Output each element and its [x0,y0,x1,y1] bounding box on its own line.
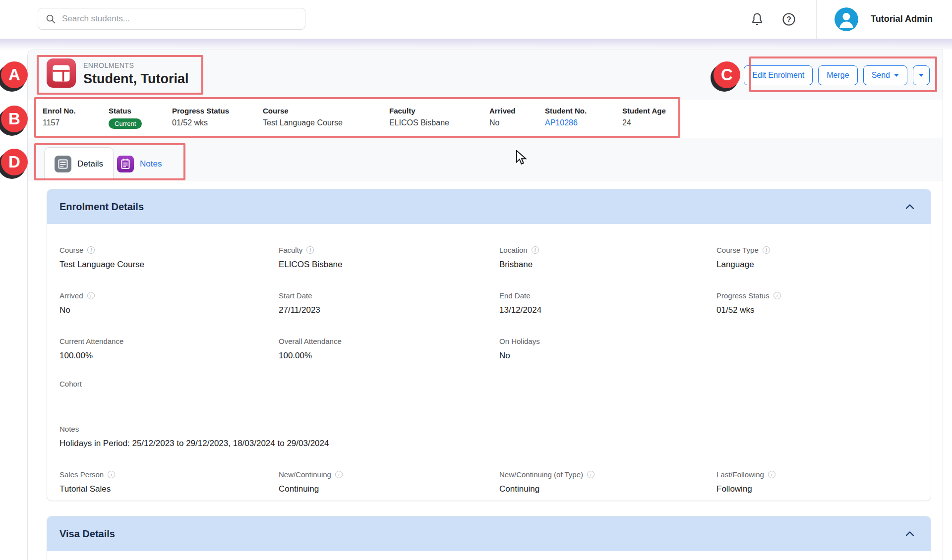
search-placeholder: Search students... [62,14,130,24]
tab-bar: Details Notes [28,138,943,180]
page-title: Student, Tutorial [83,71,188,87]
field-arrived: Arrivedi No [60,291,279,315]
tab-notes-label: Notes [140,159,162,169]
summary-faculty: Faculty ELICOS Bisbane [389,107,449,127]
more-actions-button[interactable] [913,65,930,85]
summary-status: Status Current [109,107,142,129]
visa-details-title: Visa Details [60,528,115,540]
field-new-continuing: New/Continuingi Continuing [279,470,499,494]
summary-progress-status: Progress Status 01/52 wks [172,107,229,127]
field-on-holidays: On Holidays No [499,337,716,361]
field-current-attendance: Current Attendance 100.00% [60,337,279,361]
field-cohort: Cohort [60,380,918,403]
details-tab-icon [55,156,71,172]
field-notes: Notes Holidays in Period: 25/12/2023 to … [60,425,918,448]
enrolment-details-body: Coursei Test Language Course Facultyi EL… [47,224,931,509]
annotation-label-d: D [1,149,28,175]
send-button-label: Send [872,71,890,80]
tab-notes[interactable]: Notes [107,147,172,180]
help-icon[interactable]: ? [781,12,796,27]
summary-student-age: Student Age 24 [622,107,666,127]
collapse-enrolment-details-button[interactable] [903,200,917,214]
chevron-up-icon [904,201,915,212]
info-icon[interactable]: i [763,246,770,254]
visa-details-card: Visa Details [47,516,931,560]
merge-button[interactable]: Merge [818,65,857,85]
field-new-continuing-of-type: New/Continuing (of Type)i Continuing [499,470,716,494]
tab-details-label: Details [77,159,103,169]
field-last-following: Last/Followingi Following [716,470,918,494]
summary-enrol-no: Enrol No. 1157 [43,107,76,127]
field-empty [716,337,918,361]
field-location: Locationi Brisbane [499,246,716,270]
page-header: ENROLMENTS Student, Tutorial Edit Enrolm… [28,50,943,100]
info-icon[interactable]: i [306,246,314,254]
user-avatar-icon[interactable] [834,7,858,31]
tab-details[interactable]: Details [44,147,114,180]
enrolment-details-card: Enrolment Details Coursei Test Language … [47,189,931,501]
chevron-up-icon [904,528,915,539]
field-faculty: Facultyi ELICOS Bisbane [279,246,499,270]
field-end-date: End Date 13/12/2024 [499,291,716,315]
send-button[interactable]: Send [863,65,907,85]
annotation-label-a: A [1,61,28,88]
edit-enrolment-button[interactable]: Edit Enrolment [744,65,813,85]
chevron-down-icon [919,74,924,77]
info-icon[interactable]: i [87,246,95,254]
enrolment-details-title: Enrolment Details [60,201,144,213]
notes-tab-icon [117,156,134,172]
summary-arrived: Arrived No [489,107,516,127]
bell-icon[interactable] [750,12,765,27]
field-course: Coursei Test Language Course [60,246,279,270]
enrolment-summary-bar: Enrol No. 1157 Status Current Progress S… [28,100,943,138]
info-icon[interactable]: i [108,471,115,478]
field-sales-person: Sales Personi Tutorial Sales [60,470,279,494]
student-no-link[interactable]: AP10286 [545,118,578,127]
visa-details-header[interactable]: Visa Details [47,516,931,551]
info-icon[interactable]: i [335,471,343,478]
enrolment-details-header[interactable]: Enrolment Details [47,189,931,224]
field-course-type: Course Typei Language [716,246,918,270]
header-actions: Edit Enrolment Merge Send [744,65,930,85]
topbar-shadow [0,39,952,51]
field-start-date: Start Date 27/11/2023 [279,291,499,315]
collapse-visa-details-button[interactable] [903,527,917,541]
enrolments-module-icon [47,58,76,88]
search-input[interactable]: Search students... [38,8,305,30]
search-icon [45,13,56,24]
field-progress-status: Progress Statusi 01/52 wks [716,291,918,315]
info-icon[interactable]: i [532,246,539,254]
info-icon[interactable]: i [587,471,595,478]
summary-course: Course Test Language Course [263,107,343,127]
svg-text:?: ? [786,15,791,24]
status-badge: Current [109,118,142,129]
info-icon[interactable]: i [87,292,95,299]
info-icon[interactable]: i [774,292,781,299]
annotation-label-b: B [1,106,28,132]
info-icon[interactable]: i [768,471,775,478]
module-label: ENROLMENTS [83,61,134,69]
field-overall-attendance: Overall Attendance 100.00% [279,337,499,361]
details-tab-panel: Enrolment Details Coursei Test Language … [28,180,943,560]
top-bar: Search students... ? Tutorial Admin [0,0,952,39]
enrolment-page: ENROLMENTS Student, Tutorial Edit Enrolm… [27,50,943,560]
chevron-down-icon [894,74,899,77]
topbar-divider [816,0,817,39]
summary-student-no: Student No. AP10286 [545,107,587,127]
user-name[interactable]: Tutorial Admin [871,14,933,24]
